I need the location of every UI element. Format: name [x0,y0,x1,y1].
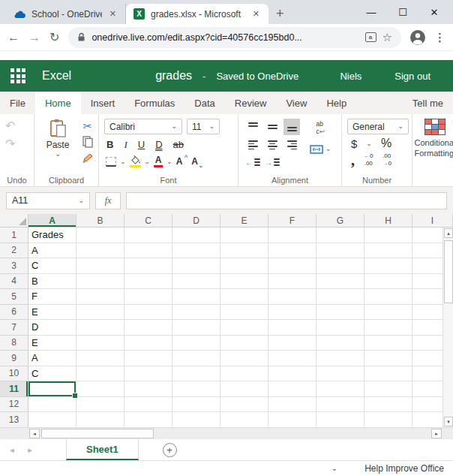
cell-f3[interactable] [268,258,316,274]
cell-f6[interactable] [268,305,316,321]
cell-d10[interactable] [172,366,220,382]
cell-a12[interactable] [28,397,76,413]
cell-g2[interactable] [316,243,364,259]
align-center-button[interactable] [268,140,278,149]
cell-b2[interactable] [76,243,124,259]
cell-g4[interactable] [316,274,364,290]
row-header-3[interactable]: 3 [0,258,28,274]
translate-icon[interactable]: a [365,32,376,42]
cell-a5[interactable]: F [28,289,76,305]
sheet-nav-right-icon[interactable]: ▸ [21,445,39,455]
merge-center-button[interactable]: ⌄ [310,145,332,154]
cell-c1[interactable] [124,227,172,243]
column-header-d[interactable]: D [172,214,220,227]
cell-a13[interactable] [28,412,76,427]
sign-out-link[interactable]: Sign out [394,71,430,82]
ribbon-tab-home[interactable]: Home [35,92,81,114]
tab-close-icon[interactable]: ✕ [251,9,261,19]
cell-f13[interactable] [268,412,316,427]
cell-d6[interactable] [172,305,220,321]
cell-g13[interactable] [316,412,364,427]
row-header-10[interactable]: 10 [0,366,28,382]
cut-button[interactable]: ✂ [83,121,92,131]
url-bar[interactable]: onedrive.live.com/edit.aspx?cid=40576cc1… [68,27,401,48]
cell-h7[interactable] [364,320,412,336]
cell-a10[interactable]: C [28,366,76,382]
format-painter-button[interactable] [82,152,93,164]
cell-d9[interactable] [172,351,220,366]
vertical-scroll-thumb[interactable] [444,240,453,303]
cell-b11[interactable] [76,381,124,397]
italic-button[interactable]: I [124,139,127,151]
cell-c8[interactable] [124,336,172,351]
cell-d2[interactable] [172,243,220,259]
cell-b10[interactable] [76,366,124,382]
borders-button[interactable] [106,157,116,167]
cell-d5[interactable] [172,289,220,305]
cell-b5[interactable] [76,289,124,305]
cell-h3[interactable] [364,258,412,274]
cell-g7[interactable] [316,320,364,336]
column-header-f[interactable]: F [268,214,316,227]
cell-b4[interactable] [76,274,124,290]
minimize-button[interactable]: — [356,7,387,18]
row-header-8[interactable]: 8 [0,336,28,351]
decrease-font-size-button[interactable]: A⌄ [191,156,203,167]
ribbon-tab-data[interactable]: Data [184,92,224,114]
cell-a11[interactable] [28,381,76,397]
row-header-2[interactable]: 2 [0,243,28,259]
align-left-button[interactable] [248,140,258,149]
cell-a8[interactable]: E [28,336,76,351]
browser-tab-excel[interactable]: X grades.xlsx - Microsoft ✕ [126,4,268,24]
cell-a3[interactable]: C [28,258,76,274]
cell-h4[interactable] [364,274,412,290]
row-header-9[interactable]: 9 [0,351,28,366]
align-right-button[interactable] [287,140,297,149]
cell-f5[interactable] [268,289,316,305]
cell-f10[interactable] [268,366,316,382]
cell-b3[interactable] [76,258,124,274]
cell-g9[interactable] [316,351,364,366]
cell-f11[interactable] [268,381,316,397]
cell-d4[interactable] [172,274,220,290]
cell-e10[interactable] [220,366,268,382]
cell-c2[interactable] [124,243,172,259]
cell-d12[interactable] [172,397,220,413]
paste-button[interactable]: Paste ⌄ [40,119,76,174]
cell-f1[interactable] [268,227,316,243]
chevron-down-icon[interactable]: ⌄ [166,158,172,165]
column-header-h[interactable]: H [364,214,412,227]
cell-f7[interactable] [268,320,316,336]
decrease-decimal-button[interactable]: ←0 .00 [364,152,373,167]
align-top-button[interactable] [248,122,258,131]
align-middle-button[interactable] [268,122,278,131]
cell-c10[interactable] [124,366,172,382]
chevron-down-icon[interactable]: ⌄ [366,140,372,147]
maximize-button[interactable]: ☐ [387,7,418,18]
cell-e12[interactable] [220,397,268,413]
cell-e9[interactable] [220,351,268,366]
cell-c3[interactable] [124,258,172,274]
cell-e6[interactable] [220,305,268,321]
formula-input[interactable] [126,192,447,209]
insert-function-button[interactable]: fx [95,192,121,209]
font-name-select[interactable]: Calibri ⌄ [104,119,182,134]
cell-h13[interactable] [364,412,412,427]
cell-c4[interactable] [124,274,172,290]
cell-e11[interactable] [220,381,268,397]
bookmark-star-icon[interactable]: ☆ [382,31,392,44]
cell-g1[interactable] [316,227,364,243]
decrease-indent-button[interactable]: ← [245,158,260,167]
cell-a6[interactable]: E [28,305,76,321]
cell-g8[interactable] [316,336,364,351]
back-icon[interactable]: ← [8,32,20,44]
horizontal-scroll-thumb[interactable] [41,429,154,438]
cell-e3[interactable] [220,258,268,274]
sheet-nav-left-icon[interactable]: ◂ [3,445,21,455]
cell-h6[interactable] [364,305,412,321]
cell-e7[interactable] [220,320,268,336]
cell-e1[interactable] [220,227,268,243]
ribbon-tab-tell-me[interactable]: Tell me [403,92,453,114]
app-launcher-icon[interactable] [10,68,26,83]
chevron-down-icon[interactable]: ⌄ [332,465,338,472]
